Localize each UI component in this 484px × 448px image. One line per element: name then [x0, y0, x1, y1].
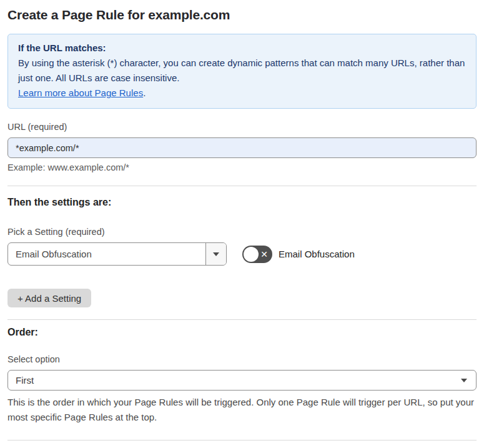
info-box-heading: If the URL matches: — [18, 41, 466, 56]
learn-more-link[interactable]: Learn more about Page Rules — [18, 87, 143, 98]
pick-setting-label: Pick a Setting (required) — [7, 227, 477, 237]
url-input[interactable] — [7, 137, 477, 158]
page-title: Create a Page Rule for example.com — [7, 7, 477, 22]
toggle-knob — [244, 247, 259, 262]
order-section-heading: Order: — [7, 327, 477, 338]
info-box-body: By using the asterisk (*) character, you… — [18, 56, 466, 86]
email-obfuscation-toggle-group: ✕ Email Obfuscation — [242, 246, 355, 263]
order-select-value: First — [16, 375, 34, 386]
triangle-down-icon — [461, 379, 467, 382]
setting-dropdown[interactable]: Email Obfuscation — [7, 242, 227, 266]
divider — [7, 440, 477, 441]
url-match-info-box: If the URL matches: By using the asteris… — [7, 34, 477, 109]
url-field-label: URL (required) — [7, 122, 477, 132]
email-obfuscation-toggle[interactable]: ✕ — [242, 246, 272, 263]
settings-section-heading: Then the settings are: — [7, 197, 477, 208]
setting-dropdown-value: Email Obfuscation — [8, 243, 205, 265]
order-select[interactable]: First — [7, 370, 477, 391]
divider — [7, 319, 477, 320]
toggle-off-x-icon: ✕ — [260, 249, 268, 258]
triangle-down-icon — [213, 252, 219, 256]
order-help-text: This is the order in which your Page Rul… — [7, 395, 477, 425]
divider — [7, 186, 477, 186]
url-example-text: Example: www.example.com/* — [7, 162, 477, 172]
add-setting-button[interactable]: + Add a Setting — [7, 289, 91, 307]
select-option-label: Select option — [7, 354, 477, 364]
info-box-link-line: Learn more about Page Rules. — [18, 86, 466, 101]
link-suffix: . — [143, 87, 146, 98]
setting-row: Email Obfuscation ✕ Email Obfuscation — [7, 242, 477, 266]
setting-dropdown-arrow-button[interactable] — [205, 243, 226, 265]
toggle-label: Email Obfuscation — [279, 249, 355, 259]
